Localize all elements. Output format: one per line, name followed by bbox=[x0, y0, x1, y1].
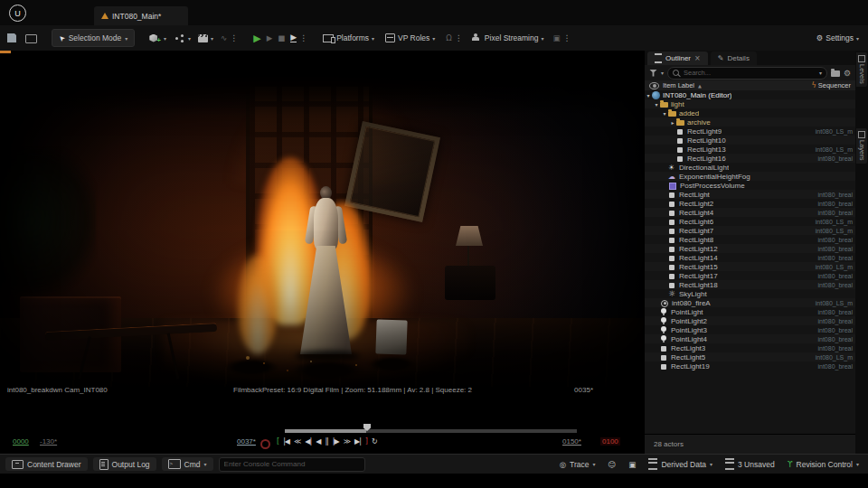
outliner-row[interactable]: int080_fireA int080_LS_m bbox=[645, 298, 855, 307]
stop-button[interactable]: ■ bbox=[278, 33, 285, 42]
outliner-row[interactable]: RectLight5 int080_LS_m bbox=[645, 352, 855, 361]
unsaved-indicator[interactable]: 3 Unsaved bbox=[722, 458, 778, 470]
feedback-smiley-icon[interactable]: ☺ bbox=[604, 460, 619, 469]
expander-arrow-icon[interactable] bbox=[661, 110, 668, 117]
outliner-row[interactable]: RectLight19 int080_breal bbox=[645, 361, 855, 371]
outliner-row[interactable]: RectLight12 int080_breal bbox=[645, 244, 855, 253]
output-log-button[interactable]: Output Log bbox=[93, 457, 156, 471]
tab-layers[interactable]: Layers bbox=[856, 128, 867, 164]
outliner-row[interactable]: RectLight8 int080_breal bbox=[645, 235, 855, 244]
blueprints-button[interactable]: ▾ bbox=[174, 35, 191, 42]
item-label-column[interactable]: Item Label bbox=[663, 81, 694, 89]
search-box[interactable]: ▾ bbox=[667, 67, 827, 80]
outliner-row[interactable]: RectLight9 int080_LS_m bbox=[645, 127, 855, 136]
range-end-field[interactable]: 0150* bbox=[562, 437, 581, 446]
outliner-row[interactable]: RectLight7 int080_LS_m bbox=[645, 226, 855, 235]
search-input[interactable] bbox=[682, 68, 816, 78]
offset-field[interactable]: -130* bbox=[40, 437, 57, 446]
outliner-row[interactable]: light bbox=[645, 99, 855, 108]
save-button[interactable] bbox=[7, 33, 16, 42]
viewport-scene[interactable] bbox=[0, 51, 644, 387]
tab-details[interactable]: ✎ Details bbox=[711, 52, 757, 65]
transport-button[interactable]: ▶| bbox=[354, 437, 361, 446]
transport-button[interactable]: ≫ bbox=[344, 437, 350, 446]
transport-button[interactable]: ≪ bbox=[294, 437, 300, 446]
play-from-here-button[interactable]: ▶ bbox=[267, 33, 273, 42]
tab-outliner[interactable]: Outliner × bbox=[647, 52, 708, 65]
visibility-column-icon[interactable] bbox=[649, 82, 659, 89]
overrun-field[interactable]: 0100 bbox=[600, 437, 620, 446]
outliner-row[interactable]: PointLight2 int080_breal bbox=[645, 316, 855, 325]
expander-arrow-icon[interactable] bbox=[645, 92, 652, 99]
outliner-row[interactable]: PointLight4 int080_breal bbox=[645, 334, 855, 343]
media-tool-icon[interactable]: ▣ bbox=[552, 33, 560, 42]
live-link-icon[interactable]: Ω bbox=[446, 33, 452, 42]
outliner-row[interactable]: ExponentialHeightFog bbox=[645, 172, 855, 181]
outliner-settings-icon[interactable]: ⚙ bbox=[844, 69, 851, 78]
outliner-row[interactable]: RectLight6 int080_LS_m bbox=[645, 217, 855, 226]
launch-button[interactable]: ▶ bbox=[290, 33, 297, 42]
play-button[interactable]: ▶ bbox=[253, 33, 260, 44]
close-icon[interactable]: × bbox=[694, 54, 701, 62]
expander-arrow-icon[interactable] bbox=[653, 101, 660, 108]
misc-tool-icon[interactable]: ∿ bbox=[221, 33, 227, 42]
outliner-row[interactable]: RectLight4 int080_breal bbox=[645, 208, 855, 217]
outliner-row[interactable]: added bbox=[645, 108, 855, 117]
outliner-row[interactable]: SkyLight bbox=[645, 289, 855, 298]
record-button[interactable] bbox=[260, 439, 270, 449]
outliner-row[interactable]: RectLight10 bbox=[645, 136, 855, 145]
outliner-row[interactable]: PointLight3 int080_breal bbox=[645, 325, 855, 334]
expander-arrow-icon[interactable] bbox=[669, 119, 676, 126]
outliner-row[interactable]: RectLight2 int080_breal bbox=[645, 199, 855, 208]
create-folder-icon[interactable] bbox=[831, 70, 840, 77]
derived-data-dropdown[interactable]: Derived Data ▾ bbox=[645, 458, 716, 470]
current-frame-field[interactable]: 0037* bbox=[237, 437, 256, 446]
outliner-row[interactable]: RectLight18 int080_breal bbox=[645, 280, 855, 289]
filter-chevron-icon[interactable]: ▾ bbox=[661, 70, 664, 76]
transport-button[interactable]: |◀ bbox=[283, 437, 289, 446]
settings-dropdown[interactable]: ⚙ Settings ▾ bbox=[816, 33, 859, 42]
add-actor-button[interactable]: + ▾ bbox=[149, 32, 166, 44]
outliner-row[interactable]: RectLight int080_breal bbox=[645, 190, 855, 199]
vp-roles-dropdown[interactable]: VP Roles ▾ bbox=[385, 33, 435, 42]
outliner-row[interactable]: RectLight3 int080_breal bbox=[645, 343, 855, 352]
selection-mode-dropdown[interactable]: ➤ Selection Mode ▾ bbox=[52, 29, 135, 47]
transport-button[interactable]: |▶ bbox=[333, 437, 339, 446]
level-viewport[interactable]: int080_breakdwn Cam_INT080 FilmbackPrese… bbox=[0, 51, 644, 454]
media-options-icon[interactable]: ⋮ bbox=[562, 33, 571, 42]
pixel-streaming-dropdown[interactable]: Pixel Streaming ▾ bbox=[473, 33, 544, 42]
outliner-row[interactable]: PointLight int080_breal bbox=[645, 307, 855, 316]
range-start-field[interactable]: 0000 bbox=[13, 437, 29, 446]
outliner-row[interactable]: DirectionalLight bbox=[645, 163, 855, 172]
transport-button[interactable]: ] bbox=[365, 437, 367, 446]
sequencer-column[interactable]: ϟ Sequencer bbox=[811, 81, 851, 89]
browse-button[interactable] bbox=[25, 33, 37, 43]
outliner-row[interactable]: archive bbox=[645, 117, 855, 127]
platforms-dropdown[interactable]: Platforms ▾ bbox=[323, 33, 374, 42]
live-link-options-icon[interactable]: ⋮ bbox=[455, 33, 463, 42]
tab-levels[interactable]: Levels bbox=[856, 52, 867, 87]
transport-button[interactable]: [ bbox=[277, 437, 278, 446]
transport-button[interactable]: ◀ bbox=[316, 437, 320, 446]
cinematics-button[interactable]: ▾ bbox=[198, 34, 213, 42]
play-options-icon[interactable]: ⋮ bbox=[299, 33, 307, 42]
sequencer-scrub-track[interactable] bbox=[285, 429, 577, 433]
overflow-menu-icon[interactable]: ⋮ bbox=[230, 33, 238, 42]
revision-control-dropdown[interactable]: ϒ Revision Control ▾ bbox=[784, 460, 863, 469]
transport-button[interactable]: ◀| bbox=[305, 437, 311, 446]
filter-icon[interactable] bbox=[649, 70, 657, 77]
transport-button[interactable]: || bbox=[325, 437, 327, 446]
outliner-row[interactable]: RectLight13 int080_LS_m bbox=[645, 145, 855, 154]
screenshot-icon[interactable]: ▣ bbox=[625, 460, 639, 469]
level-tab[interactable]: INT080_Main* bbox=[94, 6, 188, 25]
outliner-row[interactable]: RectLight14 int080_breal bbox=[645, 253, 855, 262]
trace-dropdown[interactable]: ◎ Trace ▾ bbox=[556, 460, 599, 469]
content-drawer-button[interactable]: Content Drawer bbox=[5, 457, 88, 471]
outliner-row[interactable]: RectLight16 int080_breal bbox=[645, 154, 855, 163]
outliner-row[interactable]: INT080_Main (Editor) bbox=[645, 90, 855, 99]
outliner-row[interactable]: PostProcessVolume bbox=[645, 181, 855, 190]
outliner-row[interactable]: RectLight17 int080_breal bbox=[645, 271, 855, 280]
transport-button[interactable]: ↻ bbox=[372, 437, 377, 446]
console-command-input[interactable] bbox=[219, 457, 365, 472]
cmd-dropdown[interactable]: > Cmd ▾ bbox=[162, 457, 213, 471]
